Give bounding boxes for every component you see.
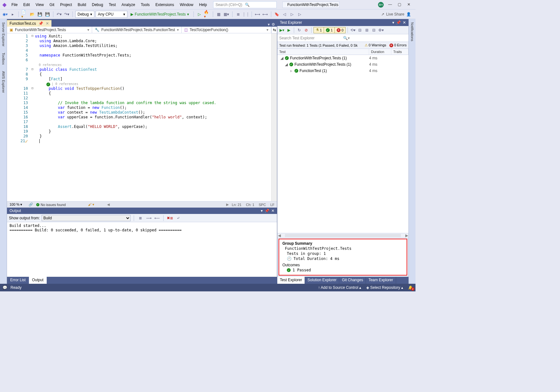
menu-window[interactable]: Window — [177, 1, 196, 8]
user-avatar[interactable]: BH — [378, 2, 384, 8]
output-dropdown-icon[interactable]: ▾ — [261, 209, 263, 213]
menu-edit[interactable]: Edit — [21, 1, 32, 8]
stop-button[interactable]: ⊘ — [303, 27, 309, 33]
side-tab-notifications[interactable]: Notifications — [410, 21, 415, 43]
config-combo[interactable]: Debug▾ — [75, 11, 94, 18]
right-tab-test-explorer[interactable]: Test Explorer — [277, 277, 305, 284]
nav-fwd-button[interactable]: ▸ — [10, 11, 16, 17]
global-search-input[interactable]: Search (Ctrl+Q) 🔍 — [213, 1, 277, 8]
counter-fail[interactable]: ✕0 — [335, 27, 345, 33]
test-tree[interactable]: ◢✓FunctionWithTestProject.Tests (1)4 ms◢… — [277, 55, 408, 233]
toolbar-btn-7[interactable]: 🔖 — [274, 11, 280, 17]
te-pin-icon[interactable]: 📌 — [396, 20, 401, 25]
maximize-button[interactable]: ▢ — [398, 2, 403, 7]
code-area[interactable]: using Xunit; using Amazon.Lambda.Core; u… — [35, 33, 271, 201]
te-btn-3[interactable]: ⊞ — [364, 27, 370, 33]
bottom-tab-error-list[interactable]: Error List — [7, 277, 29, 284]
menu-tools[interactable]: Tools — [138, 1, 152, 8]
output-wrap-button[interactable]: ⤶ — [175, 215, 181, 221]
right-tab-team-explorer[interactable]: Team Explorer — [366, 277, 396, 284]
h-scroll-right[interactable]: ▶ — [226, 203, 229, 207]
te-btn-1[interactable]: ⟲▾ — [350, 27, 356, 33]
start-debug-button[interactable]: ▶ FunctionWithTestProject.Tests ▾ — [129, 12, 191, 17]
bottom-tab-output[interactable]: Output — [29, 277, 47, 284]
toolbar-btn-8[interactable]: ◁ — [281, 11, 288, 17]
toolbar-btn-3[interactable]: ≣ — [235, 11, 241, 17]
menu-analyze[interactable]: Analyze — [119, 1, 138, 8]
menu-help[interactable]: Help — [197, 1, 210, 8]
te-btn-2[interactable]: ⊟ — [357, 27, 363, 33]
pin-icon[interactable]: 📌 — [38, 21, 43, 26]
add-source-control[interactable]: ↑ Add to Source Control ▴ — [318, 285, 361, 290]
nav-member-combo[interactable]: ◫ TestToUpperFunction()▾ — [182, 27, 271, 33]
toolbar-btn-4[interactable]: ⋮⋮ — [243, 11, 249, 17]
feedback-icon[interactable]: 💬 — [3, 285, 7, 290]
platform-combo[interactable]: Any CPU▾ — [96, 11, 127, 18]
test-search-input[interactable]: Search Test Explorer 🔍▾ — [277, 34, 408, 42]
output-clear-button[interactable]: ✖≣ — [167, 215, 173, 221]
select-repository[interactable]: ◈ Select Repository ▴ — [366, 285, 403, 290]
menu-build[interactable]: Build — [75, 1, 89, 8]
output-pin-icon[interactable]: 📌 — [265, 209, 269, 213]
issues-status[interactable]: ✓No issues found — [36, 203, 66, 207]
side-tab-toolbox[interactable]: Toolbox — [1, 51, 6, 66]
undo-button[interactable]: ↶▾ — [56, 11, 62, 17]
run-all-button[interactable]: ▶▾ — [279, 27, 285, 33]
output-body[interactable]: Build started... ========== Build: 0 suc… — [7, 222, 277, 277]
code-editor[interactable]: 123456 789 101112131415161718192021🖊 ⊟ ⊟… — [7, 33, 277, 201]
menu-project[interactable]: Project — [57, 1, 74, 8]
te-close-icon[interactable]: ✕ — [403, 20, 406, 25]
save-all-button[interactable]: 💾 — [44, 11, 51, 17]
col-traits[interactable]: Traits — [391, 49, 408, 55]
toolbar-btn-5[interactable]: ⟷ — [254, 11, 261, 17]
toolbar-btn-9[interactable]: ▷ — [289, 11, 295, 17]
menu-test[interactable]: Test — [106, 1, 118, 8]
close-button[interactable]: ✕ — [407, 2, 412, 7]
minimize-button[interactable]: — — [388, 2, 393, 7]
side-tab-server-explorer[interactable]: Server Explorer — [1, 21, 6, 48]
notifications-button[interactable]: 🔔 2 — [408, 285, 413, 290]
toolbar-btn-2[interactable]: ▦▾ — [223, 11, 230, 17]
counter-total[interactable]: ⚗1 — [314, 27, 324, 33]
menu-file[interactable]: File — [9, 1, 20, 8]
nav-class-combo[interactable]: 🔧 FunctionWithTestProject.Tests.Function… — [92, 27, 182, 33]
test-row[interactable]: ▹✓FunctionTest (1)4 ms — [277, 68, 408, 74]
start-without-debug-button[interactable]: ▷ — [196, 11, 203, 17]
output-close-icon[interactable]: ✕ — [271, 209, 274, 213]
right-tab-git-changes[interactable]: Git Changes — [339, 277, 366, 284]
output-btn-3[interactable]: ⟵ — [154, 215, 160, 221]
nav-scope-combo[interactable]: ▣ FunctionWithTestProject.Tests▾ — [7, 27, 92, 33]
menu-view[interactable]: View — [33, 1, 46, 8]
tab-overflow-icon[interactable]: ▾ — [268, 22, 270, 27]
test-row[interactable]: ◢✓FunctionWithTestProject.Tests (1)4 ms — [277, 55, 408, 61]
menu-extensions[interactable]: Extensions — [153, 1, 177, 8]
vertical-scrollbar[interactable] — [271, 33, 277, 201]
repeat-button[interactable]: ↻ — [296, 27, 302, 33]
menu-git[interactable]: Git — [47, 1, 57, 8]
right-tab-solution-explorer[interactable]: Solution Explorer — [305, 277, 339, 284]
output-source-combo[interactable]: Build — [42, 215, 131, 221]
col-duration[interactable]: Duration — [369, 49, 391, 55]
split-editor-button[interactable]: ⇆ — [271, 27, 277, 33]
tab-settings-icon[interactable]: ⚙ — [272, 22, 275, 27]
menu-debug[interactable]: Debug — [89, 1, 105, 8]
col-test[interactable]: Test — [277, 49, 369, 55]
te-dropdown-icon[interactable]: ▾ — [392, 20, 394, 25]
te-h-scroll[interactable]: ◀▶ — [277, 233, 408, 237]
nav-back-button[interactable]: ◉▾ — [2, 11, 8, 17]
brush-icon[interactable]: 🖌 ▾ — [88, 203, 94, 207]
toolbar-btn-1[interactable]: ▦ — [216, 11, 222, 17]
te-settings-button[interactable]: ⚙▾ — [378, 27, 384, 33]
toolbar-btn-10[interactable]: ▷ — [297, 11, 303, 17]
te-btn-4[interactable]: ⊟ — [371, 27, 377, 33]
save-button[interactable]: 💾 — [37, 11, 43, 17]
side-tab-aws-explorer[interactable]: AWS Explorer — [1, 70, 6, 94]
live-share-button[interactable]: ↗ Live Share 👤 — [381, 12, 414, 17]
hot-reload-button[interactable]: 🔥▾ — [204, 11, 210, 17]
h-scroll-left[interactable]: ◀ — [107, 203, 110, 207]
close-icon[interactable]: ✕ — [46, 21, 49, 26]
counter-pass[interactable]: ✓1 — [324, 27, 335, 33]
test-row[interactable]: ◢✓FunctionWithTestProject.Tests (1)4 ms — [277, 61, 408, 68]
redo-button[interactable]: ↷▾ — [64, 11, 70, 17]
output-btn-2[interactable]: ⟶ — [145, 215, 152, 221]
